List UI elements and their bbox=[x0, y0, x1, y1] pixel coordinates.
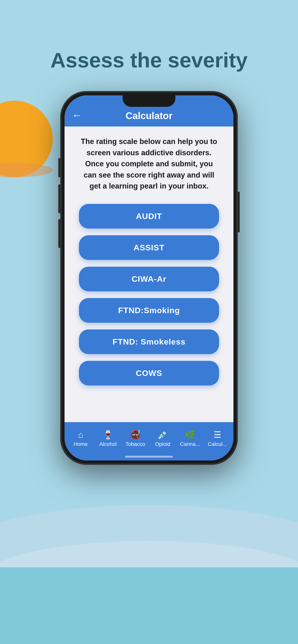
power-button bbox=[238, 192, 240, 232]
volume-mute-button bbox=[58, 158, 60, 177]
nav-item-cannabis[interactable]: 🌿 Canna... bbox=[176, 430, 204, 447]
nav-label-calculator: Calcul... bbox=[208, 441, 227, 447]
header-title: Calculator bbox=[82, 110, 216, 121]
description-text: The rating scale below can help you to s… bbox=[79, 136, 219, 192]
nav-label-opioid: Opioid bbox=[155, 441, 170, 447]
phone-frame: ← Calculator The rating scale below can … bbox=[60, 91, 238, 465]
nav-label-cannabis: Canna... bbox=[180, 441, 200, 447]
alcohol-icon: 🍷 bbox=[103, 430, 113, 439]
ciwa-ar-button[interactable]: CIWA-Ar bbox=[79, 267, 219, 291]
background-sun-shadow bbox=[0, 163, 53, 177]
home-indicator bbox=[125, 456, 173, 458]
ftnd-smoking-button[interactable]: FTND:Smoking bbox=[79, 298, 219, 323]
nav-item-home[interactable]: ⌂ Home bbox=[67, 430, 94, 447]
nav-label-alcohol: Alcohol bbox=[99, 441, 117, 447]
volume-down-button bbox=[58, 219, 60, 248]
app-content: The rating scale below can help you to s… bbox=[65, 126, 233, 422]
volume-up-button bbox=[58, 184, 60, 213]
nav-item-tobacco[interactable]: 🚭 Tobacco bbox=[122, 430, 149, 447]
ftnd-smokeless-button[interactable]: FTND: Smokeless bbox=[79, 330, 219, 354]
nav-item-opioid[interactable]: 💉 Opioid bbox=[149, 430, 176, 447]
bottom-nav: ⌂ Home 🍷 Alcohol 🚭 Tobacco 💉 Opioid 🌿 Ca… bbox=[65, 422, 233, 460]
calculator-icon: ☰ bbox=[214, 430, 221, 439]
cows-button[interactable]: COWS bbox=[79, 361, 219, 386]
nav-label-home: Home bbox=[74, 441, 88, 447]
page-title: Assess the severity bbox=[0, 48, 298, 72]
audit-button[interactable]: AUDIT bbox=[79, 204, 219, 228]
background-water bbox=[0, 567, 298, 644]
phone-screen: ← Calculator The rating scale below can … bbox=[65, 95, 233, 460]
nav-item-calculator[interactable]: ☰ Calcul... bbox=[204, 430, 231, 447]
home-icon: ⌂ bbox=[78, 430, 83, 439]
nav-item-alcohol[interactable]: 🍷 Alcohol bbox=[94, 430, 122, 447]
back-button[interactable]: ← bbox=[72, 109, 82, 121]
phone-notch bbox=[123, 95, 175, 107]
nav-label-tobacco: Tobacco bbox=[125, 441, 145, 447]
assist-button[interactable]: ASSIST bbox=[79, 235, 219, 260]
opioid-icon: 💉 bbox=[158, 430, 168, 439]
tobacco-icon: 🚭 bbox=[130, 430, 141, 439]
cannabis-icon: 🌿 bbox=[185, 430, 196, 439]
